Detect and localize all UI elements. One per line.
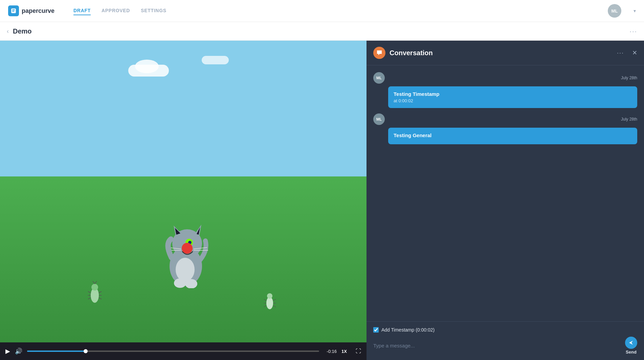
svg-point-29 <box>266 297 273 309</box>
svg-point-20 <box>91 284 98 291</box>
message-input-row: Send <box>373 337 637 355</box>
nav-settings[interactable]: SETTINGS <box>141 6 166 15</box>
svg-point-18 <box>185 279 197 288</box>
conversation-footer: Add Timestamp (0:00:02) Send <box>367 321 644 360</box>
timestamp-label: Add Timestamp (0:00:02) <box>381 327 435 333</box>
bubble-title-2: Testing General <box>394 132 632 138</box>
logo-text: papercurve <box>22 7 54 15</box>
message-avatar-2: ML <box>373 113 385 125</box>
timestamp-checkbox[interactable] <box>373 327 379 333</box>
top-nav: papercurve DRAFT APPROVED SETTINGS ML ▾ <box>0 0 644 22</box>
message-date-2: July 28th <box>621 117 637 122</box>
message-meta-2: ML July 28th <box>373 113 637 125</box>
svg-point-30 <box>267 293 272 299</box>
message-bubble-2: Testing General <box>388 128 637 144</box>
message-group-2: ML July 28th Testing General <box>373 113 637 144</box>
svg-line-31 <box>264 299 266 301</box>
page-title: Demo <box>13 27 32 35</box>
progress-bar[interactable] <box>27 351 319 352</box>
svg-line-33 <box>264 305 266 308</box>
conversation-header: Conversation ··· ✕ <box>367 41 644 65</box>
nav-links: DRAFT APPROVED SETTINGS <box>73 6 166 15</box>
conversation-icon <box>373 47 385 59</box>
svg-rect-2 <box>12 11 14 12</box>
svg-line-26 <box>99 298 102 300</box>
chevron-down-icon[interactable]: ▾ <box>634 8 636 14</box>
back-button[interactable]: ‹ <box>7 28 9 35</box>
nav-draft[interactable]: DRAFT <box>73 6 91 15</box>
conversation-close-button[interactable]: ✕ <box>632 49 637 57</box>
cockroach-right <box>264 291 276 312</box>
send-area: Send <box>625 337 637 355</box>
message-date-1: July 28th <box>621 76 637 80</box>
progress-fill <box>27 351 86 352</box>
volume-button[interactable]: 🔊 <box>15 347 22 355</box>
bubble-subtitle-1: at 0:00:02 <box>394 98 632 103</box>
bubble-title-1: Testing Timestamp <box>394 91 632 97</box>
svg-line-21 <box>88 291 91 293</box>
svg-line-34 <box>273 299 276 301</box>
main-layout: ▶ 🔊 -0:16 1X ⛶ Conversation ··· ✕ <box>0 41 644 360</box>
message-group-1: ML July 28th Testing Timestamp at 0:00:0… <box>373 72 637 108</box>
message-input[interactable] <box>373 343 621 348</box>
cloud-1 <box>128 65 169 77</box>
svg-line-24 <box>99 291 102 293</box>
message-avatar-1: ML <box>373 72 385 84</box>
timestamp-row: Add Timestamp (0:00:02) <box>373 327 637 333</box>
video-container[interactable] <box>0 41 367 342</box>
user-avatar[interactable]: ML <box>608 4 621 18</box>
conversation-more-button[interactable]: ··· <box>617 49 624 57</box>
video-controls: ▶ 🔊 -0:16 1X ⛶ <box>0 342 367 360</box>
svg-line-36 <box>273 305 276 308</box>
send-button-label[interactable]: Send <box>626 350 637 355</box>
progress-thumb <box>84 349 88 353</box>
send-icon[interactable] <box>625 337 637 349</box>
fullscreen-button[interactable]: ⛶ <box>356 348 361 354</box>
svg-point-17 <box>174 278 186 288</box>
video-background <box>0 41 367 342</box>
cockroach-left <box>88 281 102 306</box>
messages-area: ML July 28th Testing Timestamp at 0:00:0… <box>367 65 644 321</box>
speed-button[interactable]: 1X <box>341 349 351 354</box>
logo[interactable]: papercurve <box>8 5 54 16</box>
cat-character <box>161 214 216 288</box>
conversation-title: Conversation <box>390 49 613 57</box>
svg-line-28 <box>95 281 97 284</box>
subheader: ‹ Demo ··· <box>0 22 644 41</box>
time-remaining: -0:16 <box>324 349 337 354</box>
more-options-button[interactable]: ··· <box>629 27 637 35</box>
play-button[interactable]: ▶ <box>5 347 10 355</box>
svg-rect-1 <box>12 9 15 10</box>
message-meta-1: ML July 28th <box>373 72 637 84</box>
svg-line-23 <box>88 298 91 300</box>
conversation-panel: Conversation ··· ✕ ML July 28th Testing … <box>367 41 644 360</box>
nav-approved[interactable]: APPROVED <box>102 6 130 15</box>
svg-point-4 <box>176 258 195 281</box>
video-area: ▶ 🔊 -0:16 1X ⛶ <box>0 41 367 360</box>
cloud-2 <box>202 56 229 64</box>
logo-icon <box>8 5 19 16</box>
message-bubble-1: Testing Timestamp at 0:00:02 <box>388 86 637 108</box>
svg-line-27 <box>93 281 95 284</box>
